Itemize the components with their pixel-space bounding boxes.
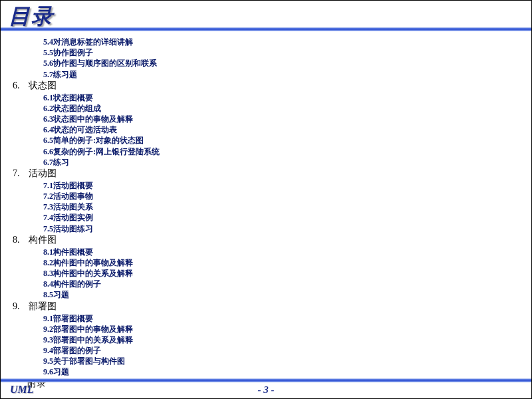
chapter-number: 8. [13, 234, 29, 247]
slide-header: 目录 [1, 1, 531, 33]
toc-sub: 7.2活动图事物 [43, 191, 531, 201]
slide-footer: UML - 3 - [1, 378, 531, 398]
chapter-number: 7. [13, 168, 29, 180]
toc-sub: 9.5关于部署图与构件图 [43, 356, 531, 366]
toc-sub: 6.2状态图的组成 [43, 103, 531, 114]
toc-sub: 5.4对消息标签的详细讲解 [43, 37, 531, 47]
toc-sub: 5.5协作图例子 [43, 47, 531, 58]
toc-chapter: 8.构件图 [13, 234, 531, 247]
toc-sub: 6.3状态图中的事物及解释 [43, 114, 531, 124]
chapter-title: 构件图 [29, 235, 57, 245]
toc-sub: 7.5活动图练习 [43, 223, 531, 234]
toc-sub: 9.2部署图中的事物及解释 [43, 324, 531, 334]
toc-sub: 9.6习题 [43, 366, 531, 377]
chapter-number: 9. [13, 301, 29, 313]
page-number: - 3 - [1, 384, 531, 396]
toc-sub: 6.1状态图概要 [43, 92, 531, 103]
toc-sub: 6.5简单的例子:对象的状态图 [43, 135, 531, 146]
toc-content: 5.4对消息标签的详细讲解 5.5协作图例子 5.6协作图与顺序图的区别和联系 … [1, 33, 531, 390]
toc-sub: 6.4状态的可选活动表 [43, 124, 531, 135]
toc-sub: 7.4活动图实例 [43, 212, 531, 223]
toc-sub: 5.6协作图与顺序图的区别和联系 [43, 58, 531, 68]
toc-sub: 7.3活动图关系 [43, 201, 531, 212]
toc-sub: 9.3部署图中的关系及解释 [43, 334, 531, 345]
toc-sub: 7.1活动图概要 [43, 180, 531, 191]
toc-chapter: 7.活动图 [13, 168, 531, 180]
toc-sub: 9.4部署图的例子 [43, 345, 531, 356]
toc-sub: 8.1构件图概要 [43, 247, 531, 257]
chapter-title: 活动图 [29, 168, 57, 178]
toc-sub: 6.6复杂的例子:网上银行登陆系统 [43, 146, 531, 157]
toc-sub: 9.1部署图概要 [43, 313, 531, 324]
toc-sub: 8.2构件图中的事物及解释 [43, 257, 531, 268]
header-divider [1, 27, 531, 31]
toc-sub: 8.3构件图中的关系及解释 [43, 268, 531, 279]
chapter-title: 部署图 [29, 301, 57, 311]
toc-sub: 6.7练习 [43, 157, 531, 168]
chapter-title: 状态图 [29, 80, 57, 90]
toc-sub: 5.7练习题 [43, 69, 531, 80]
footer-divider [1, 378, 531, 382]
toc-chapter: 9.部署图 [13, 301, 531, 313]
toc-sub: 8.5习题 [43, 289, 531, 300]
chapter-number: 6. [13, 80, 29, 92]
toc-sub: 8.4构件图的例子 [43, 279, 531, 289]
toc-chapter: 6.状态图 [13, 80, 531, 92]
